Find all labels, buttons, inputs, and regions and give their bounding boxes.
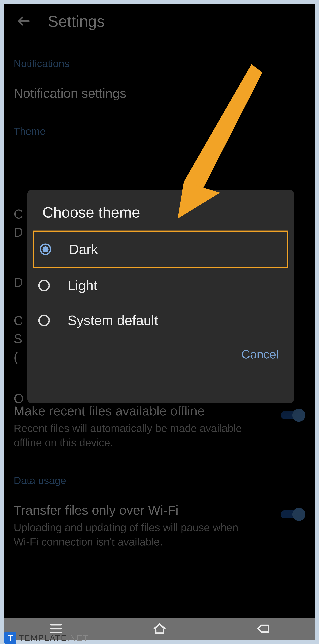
setting-subtitle: Uploading and updating of files will pau… — [14, 520, 246, 549]
offline-toggle[interactable] — [279, 408, 305, 423]
watermark-suffix: .NET — [67, 633, 88, 643]
notification-settings-row[interactable]: Notification settings — [4, 75, 315, 106]
dialog-title: Choose theme — [33, 204, 288, 221]
back-icon[interactable] — [255, 621, 271, 637]
back-arrow-icon[interactable] — [16, 14, 32, 29]
watermark: T TEMPLATE.NET — [4, 632, 88, 644]
watermark-text: TEMPLATE.NET — [18, 633, 88, 643]
wifi-toggle[interactable] — [279, 507, 305, 522]
dialog-actions: Cancel — [33, 338, 288, 367]
radio-icon — [38, 314, 50, 326]
section-label-data-usage: Data usage — [4, 456, 315, 492]
obscured-text: D — [14, 273, 23, 292]
obscured-text: C D — [14, 205, 23, 241]
obscured-char: D — [14, 223, 23, 241]
theme-option-dark[interactable]: Dark — [33, 230, 288, 268]
theme-option-light[interactable]: Light — [33, 268, 288, 303]
toggle-thumb — [292, 409, 305, 422]
obscured-char: D — [14, 273, 23, 292]
obscured-text: O — [14, 390, 24, 408]
section-label-notifications: Notifications — [4, 38, 315, 75]
setting-title: Transfer files only over Wi-Fi — [14, 503, 275, 518]
radio-icon — [38, 280, 50, 291]
cancel-button[interactable]: Cancel — [241, 347, 279, 361]
radio-label: Dark — [69, 242, 98, 257]
app-header: Settings — [4, 4, 315, 38]
choose-theme-dialog: Choose theme Dark Light System default C… — [27, 190, 294, 403]
watermark-badge: T — [4, 632, 16, 644]
page-title: Settings — [48, 12, 105, 30]
home-icon[interactable] — [152, 621, 168, 637]
section-label-theme: Theme — [4, 106, 315, 142]
setting-title: Make recent files available offline — [14, 404, 275, 418]
obscured-text: C S ( — [14, 312, 23, 366]
obscured-char: ( — [14, 348, 23, 366]
radio-icon — [40, 244, 51, 255]
screenshot-frame: Settings Notifications Notification sett… — [4, 4, 315, 618]
toggle-thumb — [292, 508, 305, 521]
setting-subtitle: Recent files will automatically be made … — [14, 421, 246, 450]
watermark-brand: TEMPLATE — [18, 633, 67, 643]
obscured-char: O — [14, 390, 24, 408]
setting-title: Notification settings — [14, 86, 305, 101]
wifi-only-row[interactable]: Transfer files only over Wi-Fi Uploading… — [4, 492, 315, 555]
radio-label: System default — [68, 312, 158, 328]
obscured-char: S — [14, 330, 23, 348]
radio-label: Light — [68, 278, 97, 293]
obscured-char: C — [14, 205, 23, 223]
theme-option-system-default[interactable]: System default — [33, 303, 288, 338]
obscured-char: C — [14, 312, 23, 330]
